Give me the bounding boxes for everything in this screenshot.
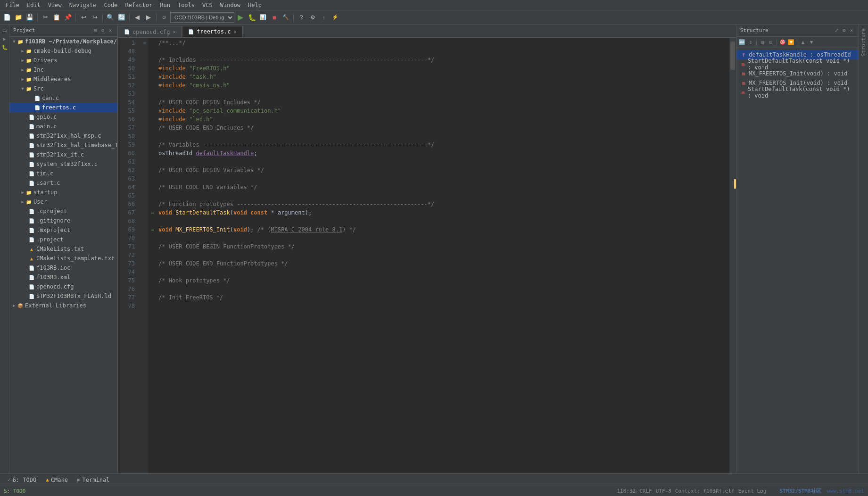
tree-item-mxproject[interactable]: 📄 .mxproject	[9, 225, 117, 235]
copy-btn[interactable]: 📋	[51, 12, 62, 23]
run-icon[interactable]: ▶	[1, 35, 8, 42]
fold-49	[141, 56, 148, 64]
tree-item-f103rb[interactable]: ▼ 📁 f103RB ~/Private/Workplace/STM32/f10…	[9, 37, 117, 46]
struct-autoscroll-btn[interactable]: 🎯	[779, 39, 786, 46]
tree-item-gpio-c[interactable]: 📄 gpio.c	[9, 112, 117, 122]
stop-btn[interactable]: ■	[269, 12, 280, 23]
build-btn[interactable]: 🔨	[281, 12, 291, 23]
settings-panel-icon[interactable]: ⚙	[99, 27, 106, 34]
tree-item-system-stm32[interactable]: 📄 system_stm32f1xx.c	[9, 159, 117, 169]
nav-back-btn[interactable]: ◀	[132, 12, 142, 23]
undo-btn[interactable]: ↩	[78, 12, 89, 23]
menu-window[interactable]: Window	[216, 1, 244, 9]
struct-expand-icon[interactable]: ⤢	[833, 27, 840, 34]
tree-item-gitignore[interactable]: 📄 .gitignore	[9, 216, 117, 225]
replace-btn[interactable]: 🔄	[116, 12, 127, 23]
cut-btn[interactable]: ✂	[40, 12, 50, 23]
menu-tools[interactable]: Tools	[174, 1, 198, 9]
tab-openocd[interactable]: 📄 openocd.cfg ✕	[118, 26, 182, 37]
tree-item-middlewares[interactable]: ▶ 📁 Middlewares	[9, 74, 117, 84]
menu-file[interactable]: File	[2, 1, 23, 9]
tree-item-cmake-build[interactable]: ▶ 📁 cmake-build-debug	[9, 46, 117, 56]
struct-expand-all-btn[interactable]: ⊞	[759, 39, 766, 46]
code-content[interactable]: /**...*/ /* Includes -------------------…	[157, 38, 736, 473]
struct-filter-btn[interactable]: 🔽	[787, 39, 795, 46]
terminal-btn[interactable]: ⚡	[330, 12, 340, 23]
git-branch[interactable]: S: TODO	[4, 488, 25, 494]
arrow-71	[148, 242, 157, 251]
collapse-all-icon[interactable]: ⊟	[92, 27, 99, 34]
tree-item-dotproject[interactable]: 📄 .project	[9, 235, 117, 244]
tree-item-drivers[interactable]: ▶ 📁 Drivers	[9, 56, 117, 65]
menu-view[interactable]: View	[44, 1, 66, 9]
fold-1[interactable]: ⊞	[141, 39, 148, 47]
struct-hide-icon[interactable]: ✕	[848, 27, 855, 34]
tree-item-main-c[interactable]: 📄 main.c	[9, 122, 117, 131]
debug-icon[interactable]: 🐛	[1, 43, 8, 51]
settings-btn[interactable]: ⚙	[307, 12, 318, 23]
search-btn[interactable]: 🔍	[105, 12, 116, 23]
run-config-dropdown[interactable]: OCD f103RB | Debug	[170, 12, 234, 23]
tree-item-tim-c[interactable]: 📄 tim.c	[9, 169, 117, 178]
tree-item-freertos-c[interactable]: 📄 freertos.c	[9, 103, 117, 112]
tree-item-external-libs[interactable]: ▶ 📦 External Libraries	[9, 301, 117, 310]
scrollbar-thumb[interactable]	[730, 41, 735, 70]
status-left: S: TODO	[4, 488, 25, 494]
open-btn[interactable]: 📁	[13, 12, 24, 23]
event-log[interactable]: Event Log	[738, 488, 767, 494]
tree-item-stm32-hal-msp[interactable]: 📄 stm32f1xx_hal_msp.c	[9, 131, 117, 141]
run-btn[interactable]: ▶	[235, 12, 246, 23]
menu-refactor[interactable]: Refactor	[121, 1, 156, 9]
help-btn[interactable]: ?	[296, 12, 306, 23]
tree-item-cmakelists-template[interactable]: ▲ CMakeLists_template.txt	[9, 254, 117, 263]
tab-freertos[interactable]: 📄 freertos.c ✕	[182, 26, 243, 37]
struct-settings-icon[interactable]: ⚙	[841, 27, 847, 34]
struct-item-mx-freertos-init[interactable]: m MX_FREERTOS_Init(void) : void	[736, 69, 859, 78]
nav-fwd-btn[interactable]: ▶	[143, 12, 154, 23]
save-btn[interactable]: 💾	[25, 12, 35, 23]
struct-item-start-default-task[interactable]: m StartDefaultTask(const void *) : void	[736, 59, 859, 69]
new-file-btn[interactable]: 📄	[2, 12, 12, 23]
paste-btn[interactable]: 📌	[63, 12, 73, 23]
menu-code[interactable]: Code	[100, 1, 122, 9]
tab-freertos-close[interactable]: ✕	[233, 29, 237, 35]
bottom-tab-cmake[interactable]: ▲ CMake	[42, 475, 72, 485]
tree-item-can-c[interactable]: 📄 can.c	[9, 93, 117, 103]
hide-panel-icon[interactable]: ✕	[107, 27, 114, 34]
tree-item-stm32-hal-tim[interactable]: 📄 stm32f1xx_hal_timebase_TIM.c	[9, 141, 117, 150]
tree-item-inc[interactable]: ▶ 📁 Inc	[9, 65, 117, 74]
tree-item-cproject[interactable]: 📄 .cproject	[9, 207, 117, 216]
menu-vcs[interactable]: VCS	[198, 1, 216, 9]
project-icon[interactable]: 🗂	[1, 26, 8, 34]
vcs-btn[interactable]: ↑	[319, 12, 329, 23]
debug-btn[interactable]: 🐛	[247, 12, 257, 23]
tree-item-flash-ld[interactable]: 📄 STM32F103RBTx_FLASH.ld	[9, 291, 117, 301]
menu-help[interactable]: Help	[244, 1, 265, 9]
edge-tab-structure[interactable]: Structure	[860, 25, 868, 60]
tree-item-stm32-it[interactable]: 📄 stm32f1xx_it.c	[9, 150, 117, 159]
tree-item-f103rb-xml[interactable]: 📄 f103RB.xml	[9, 273, 117, 282]
code-line-67: void StartDefaultTask(void const * argum…	[157, 208, 736, 217]
struct-sort-alpha-btn[interactable]: 🔤	[738, 39, 746, 46]
tree-item-openocd-cfg[interactable]: 📄 openocd.cfg	[9, 282, 117, 291]
struct-sort-order-btn[interactable]: ↕	[747, 39, 754, 46]
menu-edit[interactable]: Edit	[23, 1, 44, 9]
redo-btn[interactable]: ↪	[90, 12, 100, 23]
menu-navigate[interactable]: Navigate	[66, 1, 100, 9]
tree-item-usart-c[interactable]: 📄 usart.c	[9, 178, 117, 188]
struct-prev-btn[interactable]: ▲	[799, 39, 807, 46]
bottom-tab-terminal[interactable]: ▶ Terminal	[74, 475, 113, 485]
scrollbar-track[interactable]	[729, 38, 736, 473]
run-with-coverage-btn[interactable]: 📊	[258, 12, 268, 23]
tree-item-f103rb-ioc[interactable]: 📄 f103RB.ioc	[9, 263, 117, 273]
struct-collapse-all-btn[interactable]: ⊟	[767, 39, 775, 46]
menu-run[interactable]: Run	[156, 1, 174, 9]
tree-item-startup[interactable]: ▶ 📁 startup	[9, 188, 117, 197]
tab-openocd-close[interactable]: ✕	[173, 29, 176, 35]
bottom-tab-todo[interactable]: ✓ 6: TODO	[4, 475, 40, 485]
struct-item-start-default-task-2[interactable]: m StartDefaultTask(const void *) : void	[736, 88, 859, 97]
tree-item-src[interactable]: ▼ 📁 Src	[9, 84, 117, 93]
tree-item-user[interactable]: ▶ 📁 User	[9, 197, 117, 207]
tree-item-cmakelists[interactable]: ▲ CMakeLists.txt	[9, 244, 117, 254]
struct-next-btn[interactable]: ▼	[808, 39, 815, 46]
